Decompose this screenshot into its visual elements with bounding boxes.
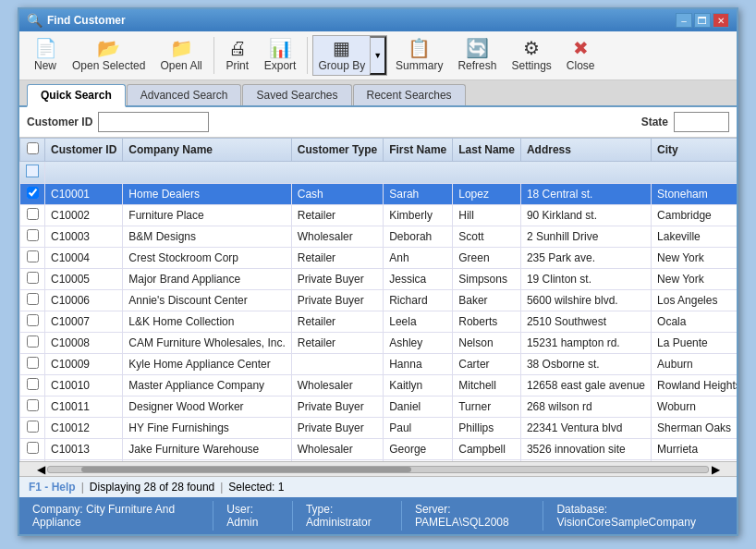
customer-id-input[interactable] bbox=[98, 112, 209, 132]
cell-customer-id: C10012 bbox=[45, 418, 123, 439]
cell-city: Murrieta bbox=[652, 439, 737, 460]
cell-checkbox bbox=[20, 269, 45, 290]
status-bar: F1 - Help | Displaying 28 of 28 found | … bbox=[19, 476, 737, 497]
summary-button[interactable]: 📋 Summary bbox=[389, 35, 449, 76]
select-all-checkbox[interactable] bbox=[27, 142, 39, 154]
cell-customer-type: Retailer bbox=[291, 248, 383, 269]
cell-first-name: Hanna bbox=[384, 354, 453, 375]
toolbar-sep-1 bbox=[213, 37, 214, 74]
tab-advanced-search[interactable]: Advanced Search bbox=[127, 84, 242, 105]
maximize-button[interactable]: 🗖 bbox=[694, 13, 711, 28]
new-button[interactable]: 📄 New bbox=[27, 35, 64, 76]
cell-checkbox bbox=[20, 311, 45, 333]
row-checkbox[interactable] bbox=[27, 250, 39, 262]
table-header-row: Customer ID Company Name Customer Type F… bbox=[20, 139, 738, 162]
selected-label: Selected: 1 bbox=[228, 481, 284, 494]
cell-company-name: CAM Furniture Wholesales, Inc. bbox=[123, 333, 291, 354]
table-row[interactable]: C10004Crest Stockroom CorpRetailerAnhGre… bbox=[20, 248, 738, 269]
row-checkbox[interactable] bbox=[27, 357, 39, 369]
scrollbar-thumb[interactable] bbox=[81, 467, 411, 472]
cell-customer-id: C10010 bbox=[45, 375, 123, 396]
cell-city: Cambridge bbox=[652, 205, 737, 226]
close-button[interactable]: ✖ Close bbox=[560, 35, 602, 76]
row-checkbox[interactable] bbox=[27, 187, 39, 199]
open-all-icon: 📁 bbox=[170, 39, 193, 57]
cell-first-name: Anh bbox=[384, 248, 453, 269]
footer-database: Database: VisionCoreSampleCompany bbox=[543, 501, 737, 531]
cell-city: Sherman Oaks bbox=[652, 418, 737, 439]
search-row-cell bbox=[45, 162, 738, 184]
refresh-icon: 🔄 bbox=[466, 39, 489, 57]
refresh-button[interactable]: 🔄 Refresh bbox=[451, 35, 503, 76]
row-checkbox[interactable] bbox=[27, 208, 39, 220]
group-by-dropdown-arrow[interactable]: ▼ bbox=[370, 36, 386, 75]
cell-customer-id: C10001 bbox=[45, 184, 123, 205]
cell-checkbox bbox=[20, 184, 45, 205]
cell-first-name: Jessica bbox=[384, 269, 453, 290]
row-checkbox[interactable] bbox=[27, 314, 39, 326]
header-first-name: First Name bbox=[384, 139, 453, 162]
window-title: Find Customer bbox=[47, 14, 126, 27]
print-button[interactable]: 🖨 Print bbox=[219, 35, 256, 76]
cell-customer-id: C10008 bbox=[45, 333, 123, 354]
cell-checkbox bbox=[20, 205, 45, 226]
window-close-button[interactable]: ✕ bbox=[713, 13, 729, 28]
tab-saved-searches[interactable]: Saved Searches bbox=[242, 84, 351, 105]
cell-customer-type: Retailer bbox=[291, 333, 383, 354]
cell-company-name: Major Brand Appliance bbox=[123, 269, 291, 290]
table-row[interactable]: C10006Annie's Discount CenterPrivate Buy… bbox=[20, 290, 738, 311]
status-sep-1: | bbox=[81, 481, 84, 494]
tab-quick-search[interactable]: Quick Search bbox=[27, 84, 126, 107]
cell-customer-id: C10009 bbox=[45, 354, 123, 375]
cell-address: 19 Clinton st. bbox=[520, 269, 651, 290]
horizontal-scrollbar[interactable]: ◀ ▶ bbox=[19, 461, 737, 476]
table-row[interactable]: C10011Designer Wood WorkerPrivate BuyerD… bbox=[20, 396, 738, 418]
settings-button[interactable]: ⚙ Settings bbox=[505, 35, 557, 76]
table-row[interactable]: C10001Home DealersCashSarahLopez18 Centr… bbox=[20, 184, 738, 205]
scroll-left-button[interactable]: ◀ bbox=[34, 463, 47, 476]
table-row[interactable]: C10009Kyle Home Appliance CenterHannaCar… bbox=[20, 354, 738, 375]
group-by-label: Group By bbox=[318, 59, 365, 72]
tab-recent-searches[interactable]: Recent Searches bbox=[353, 84, 466, 105]
cell-last-name: Green bbox=[453, 248, 521, 269]
settings-label: Settings bbox=[511, 59, 551, 72]
cell-city: Woburn bbox=[652, 396, 737, 418]
table-row[interactable]: C10010Master Appliance CompanyWholesaler… bbox=[20, 375, 738, 396]
row-checkbox[interactable] bbox=[27, 442, 39, 454]
summary-icon: 📋 bbox=[408, 39, 431, 57]
table-row[interactable]: C10003B&M DesignsWholesalerDeborahScott2… bbox=[20, 226, 738, 248]
toolbar-sep-2 bbox=[307, 37, 308, 74]
scroll-right-button[interactable]: ▶ bbox=[709, 463, 722, 476]
cell-city: Los Angeles bbox=[652, 290, 737, 311]
table-row[interactable]: C10002Furniture PlaceRetailerKimberlyHil… bbox=[20, 205, 738, 226]
table-row[interactable]: C10013Jake Furniture WarehouseWholesaler… bbox=[20, 439, 738, 460]
new-icon: 📄 bbox=[34, 39, 57, 57]
cell-checkbox bbox=[20, 248, 45, 269]
scrollbar-track[interactable] bbox=[47, 466, 709, 473]
row-checkbox[interactable] bbox=[27, 293, 39, 305]
row-checkbox[interactable] bbox=[27, 336, 39, 348]
minimize-button[interactable]: – bbox=[676, 13, 692, 28]
cell-checkbox bbox=[20, 439, 45, 460]
customer-id-label: Customer ID bbox=[27, 116, 92, 128]
row-checkbox[interactable] bbox=[27, 421, 39, 433]
row-checkbox[interactable] bbox=[27, 399, 39, 411]
open-selected-button[interactable]: 📂 Open Selected bbox=[66, 35, 152, 76]
cell-address: 5600 wilshire blvd. bbox=[520, 290, 651, 311]
table-row[interactable]: C10008CAM Furniture Wholesales, Inc.Reta… bbox=[20, 333, 738, 354]
open-all-button[interactable]: 📁 Open All bbox=[153, 35, 208, 76]
export-button[interactable]: 📊 Export bbox=[258, 35, 303, 76]
row-checkbox[interactable] bbox=[27, 229, 39, 241]
group-by-button-group[interactable]: ▦ Group By ▼ bbox=[312, 35, 387, 76]
group-by-button[interactable]: ▦ Group By bbox=[313, 36, 370, 75]
row-checkbox[interactable] bbox=[27, 378, 39, 390]
cell-company-name: L&K Home Collection bbox=[123, 311, 291, 333]
row-checkbox[interactable] bbox=[27, 272, 39, 284]
table-search-row bbox=[20, 162, 738, 184]
table-row[interactable]: C10012HY Fine FurnishingsPrivate BuyerPa… bbox=[20, 418, 738, 439]
state-input[interactable] bbox=[674, 112, 729, 132]
table-row[interactable]: C10007L&K Home CollectionRetailerLeelaRo… bbox=[20, 311, 738, 333]
cell-last-name: Roberts bbox=[453, 311, 521, 333]
cell-checkbox bbox=[20, 396, 45, 418]
table-row[interactable]: C10005Major Brand AppliancePrivate Buyer… bbox=[20, 269, 738, 290]
